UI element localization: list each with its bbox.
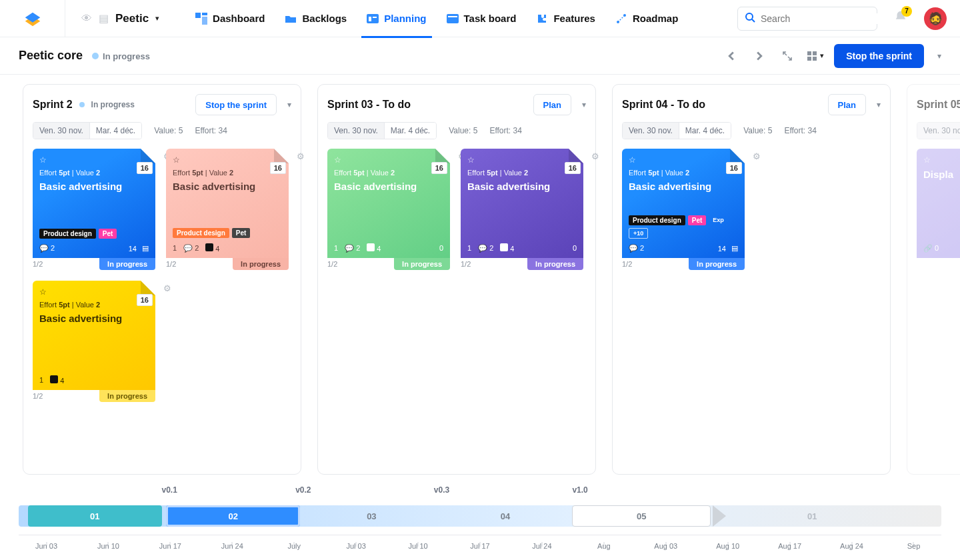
timeline-segment[interactable]: 03 — [305, 505, 439, 527]
version-marker: v0.1 — [162, 485, 177, 495]
nav-features[interactable]: Features — [536, 0, 595, 37]
tick-label: Jun 10 — [97, 542, 119, 550]
nav-prev-button[interactable] — [722, 47, 741, 65]
timeline-segment[interactable]: 02 — [166, 505, 300, 527]
timeline: v0.1v0.2v0.3v1.0 010203040501 Jun 03Jun … — [19, 485, 941, 555]
star-icon[interactable]: ☆ — [173, 155, 282, 165]
card[interactable]: ⚙ 16 ☆ Effort 5pt | Value 2 Basic advert… — [622, 149, 745, 270]
svg-rect-1 — [202, 13, 207, 15]
timeline-segment[interactable]: 01 — [28, 505, 162, 527]
tick-label: Aug — [597, 542, 611, 550]
timeline-segment[interactable]: 05 — [572, 505, 711, 527]
search-box[interactable] — [737, 7, 877, 31]
nav-dashboard[interactable]: Dashboard — [195, 0, 265, 37]
sprint-action-dropdown[interactable]: ▾ — [877, 100, 881, 109]
sprint-dates: Ven. 30 nov.Mar. 4 déc. — [622, 122, 731, 139]
star-icon[interactable]: ☆ — [467, 155, 577, 165]
card-status: In progress — [394, 258, 450, 270]
gear-icon[interactable]: ⚙ — [753, 151, 761, 161]
star-icon[interactable]: ☆ — [923, 155, 960, 165]
tick-label: Sep — [907, 542, 921, 550]
card-progress-frac: 1/2 — [461, 260, 471, 268]
plan-sprint-button[interactable]: Plan — [828, 94, 866, 115]
timeline-track[interactable]: 010203040501 — [19, 497, 941, 535]
attach-count: 4 — [50, 375, 64, 385]
link-icon: 🔗 0 — [923, 244, 939, 253]
card-title: Basic advertising — [173, 181, 282, 192]
star-icon[interactable]: ☆ — [39, 287, 149, 297]
nav-next-button[interactable] — [750, 47, 769, 65]
comments-count: 💬 2 — [629, 244, 644, 253]
tick-label: Jun 24 — [221, 542, 243, 550]
nav-backlogs[interactable]: Backlogs — [285, 0, 347, 37]
card-title: Displa — [923, 169, 960, 180]
expand-button[interactable] — [778, 47, 797, 65]
card-title: Basic advertising — [467, 181, 577, 192]
sprint-effort: Effort: 34 — [489, 126, 521, 135]
timeline-segment[interactable]: 01 — [743, 505, 881, 527]
stop-sprint-button[interactable]: Stop the sprint — [834, 44, 924, 68]
card-effort-value: Effort 5pt | Value 2 — [629, 169, 738, 177]
card-title: Basic advertising — [629, 181, 738, 192]
timeline-segment[interactable]: 04 — [443, 505, 568, 527]
card[interactable]: ⚙ 16 ☆ Effort 5pt | Value 2 Basic advert… — [461, 149, 583, 270]
svg-rect-3 — [367, 14, 379, 23]
svg-rect-7 — [448, 16, 457, 17]
gear-icon[interactable]: ⚙ — [163, 283, 171, 293]
card-tag: Pet — [688, 215, 707, 225]
puzzle-icon — [536, 13, 548, 25]
sprint-action-dropdown[interactable]: ▾ — [287, 100, 291, 109]
view-grid-button[interactable]: ▾ — [806, 47, 825, 65]
card[interactable]: ⚙ 16 ☆ Effort 5pt | Value 2 Basic advert… — [327, 149, 450, 270]
nav-taskboard[interactable]: Task board — [447, 0, 517, 37]
card-status: In progress — [233, 258, 289, 270]
top-nav: 👁 ▤ Peetic ▾ Dashboard Backlogs Planning… — [0, 0, 960, 37]
card-title: Basic advertising — [39, 313, 149, 324]
comments-count: 💬 2 — [183, 244, 199, 253]
user-avatar[interactable]: 🧔 — [924, 7, 947, 30]
sprint-action-dropdown[interactable]: ▾ — [582, 100, 586, 109]
comments-count: 💬 2 — [39, 244, 55, 253]
sprint-value: Value: 5 — [743, 126, 772, 135]
svg-rect-6 — [447, 14, 459, 23]
stop-sprint-button[interactable]: Stop the sprint — [195, 94, 277, 115]
project-selector[interactable]: 👁 ▤ Peetic ▾ — [81, 12, 159, 25]
nav-planning[interactable]: Planning — [367, 0, 426, 37]
card[interactable]: ⚙ 16 ☆ Effort 5pt | Value 2 Basic advert… — [33, 149, 155, 270]
card-progress-frac: 1/2 — [622, 260, 632, 268]
sprint-dates: Ven. 30 nov.Mar. 4 déc. — [33, 122, 142, 139]
main-nav: Dashboard Backlogs Planning Task board F… — [195, 0, 678, 37]
card[interactable]: ⚙ 16 ☆ Effort 5pt | Value 2 Basic advert… — [166, 149, 289, 270]
sprint-title: Sprint 03 - To do — [327, 99, 411, 111]
plan-sprint-button[interactable]: Plan — [533, 94, 571, 115]
svg-rect-15 — [813, 57, 817, 61]
tick-label: July — [287, 542, 301, 550]
search-input[interactable] — [761, 13, 877, 24]
svg-point-10 — [746, 13, 753, 20]
star-icon[interactable]: ☆ — [629, 155, 738, 165]
card[interactable]: ⚙ ☆ Displa 🔗 00 — [917, 149, 960, 258]
version-marker: v0.3 — [434, 485, 449, 495]
notifications-button[interactable]: 7 — [893, 10, 908, 27]
comments-count: 💬 2 — [345, 244, 360, 253]
app-logo[interactable] — [0, 0, 65, 37]
star-icon[interactable]: ☆ — [334, 155, 443, 165]
card[interactable]: ⚙ 16 ☆ Effort 5pt | Value 2 Basic advert… — [33, 281, 155, 402]
gear-icon[interactable]: ⚙ — [591, 151, 599, 161]
card-progress-frac: 1/2 — [166, 260, 176, 268]
stop-sprint-dropdown[interactable]: ▾ — [937, 51, 941, 61]
star-icon[interactable]: ☆ — [39, 155, 149, 165]
attach-count: 4 — [367, 243, 381, 253]
gear-icon[interactable]: ⚙ — [297, 151, 305, 161]
card-status: In progress — [99, 390, 155, 402]
doc-icon: ▤ — [99, 12, 109, 25]
card-tag: Product design — [173, 228, 229, 238]
dashboard-icon — [195, 13, 207, 25]
card-status: In progress — [527, 258, 583, 270]
card-tag: Pet — [99, 229, 117, 239]
nav-roadmap[interactable]: Roadmap — [615, 0, 678, 37]
grid-icon — [807, 51, 817, 61]
attach-count: 4 — [205, 243, 219, 253]
sprint-dates: Ven. 30 nov.Mar. 4 déc. — [327, 122, 437, 139]
card-effort-value: Effort 5pt | Value 2 — [467, 169, 577, 177]
